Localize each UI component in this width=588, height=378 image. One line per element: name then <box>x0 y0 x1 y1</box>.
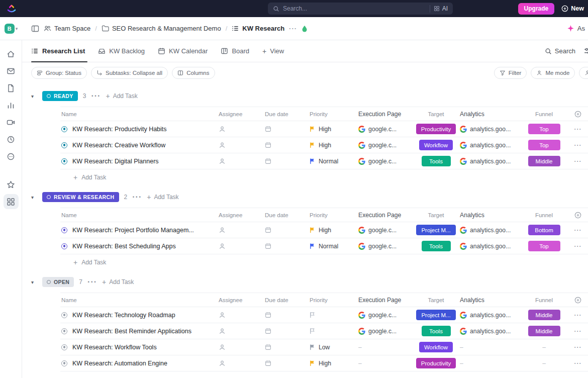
analytics-link[interactable]: analytics.goo... <box>460 227 520 234</box>
column-header-target[interactable]: Target <box>412 297 460 303</box>
row-menu-button[interactable]: ··· <box>568 142 588 149</box>
group-status-badge[interactable]: OPEN <box>42 277 74 287</box>
sidebar-item-timesheets[interactable] <box>4 132 19 147</box>
task-status-icon[interactable] <box>61 158 67 164</box>
row-menu-button[interactable]: ··· <box>568 158 588 165</box>
funnel-badge[interactable]: Middle <box>528 310 560 320</box>
workspace-switcher[interactable]: B ▾ <box>0 17 22 40</box>
priority-cell[interactable]: High <box>310 227 358 234</box>
clickup-logo[interactable] <box>6 3 17 14</box>
column-header-assignee[interactable]: Assignee <box>219 297 265 303</box>
execution-page-link[interactable]: google.c... <box>358 243 412 250</box>
add-column-button[interactable] <box>568 212 588 219</box>
funnel-badge[interactable]: Bottom <box>528 225 560 235</box>
sidebar-toggle-icon[interactable] <box>31 25 39 33</box>
assignee-add-button[interactable] <box>219 312 265 319</box>
task-status-icon[interactable] <box>61 312 67 318</box>
add-task-row-button[interactable]: +Add Task <box>60 169 588 185</box>
row-menu-button[interactable]: ··· <box>568 312 588 319</box>
group-add-task-button[interactable]: +Add Task <box>147 194 178 201</box>
row-menu-button[interactable]: ··· <box>568 243 588 250</box>
target-badge[interactable]: Tools <box>422 156 451 166</box>
workspace-avatar[interactable]: B <box>5 24 15 34</box>
column-header-name[interactable]: Name <box>60 111 219 117</box>
group-add-task-button[interactable]: +Add Task <box>106 92 137 100</box>
me-mode-button[interactable]: Me mode <box>531 67 575 79</box>
task-name[interactable]: KW Research: Automation Engine <box>72 360 173 367</box>
row-menu-button[interactable]: ··· <box>568 344 588 351</box>
table-row[interactable]: KW Research: Best Reminder Applicationsg… <box>60 323 588 339</box>
group-menu-button[interactable]: ··· <box>132 193 142 202</box>
task-status-icon[interactable] <box>61 243 67 249</box>
table-row[interactable]: KW Research: Automation EngineHigh–Produ… <box>60 355 588 371</box>
column-header-name[interactable]: Name <box>60 212 219 218</box>
column-header-funnel[interactable]: Funnel <box>520 297 568 303</box>
task-status-icon[interactable] <box>61 360 67 366</box>
breadcrumb-more-button[interactable]: ··· <box>289 25 297 32</box>
analytics-link[interactable]: analytics.goo... <box>460 158 520 165</box>
column-header-funnel[interactable]: Funnel <box>520 212 568 218</box>
group-add-task-button[interactable]: +Add Task <box>102 278 134 286</box>
funnel-badge[interactable]: Middle <box>528 156 560 166</box>
priority-cell[interactable]: Normal <box>310 158 358 165</box>
column-header-exec[interactable]: Execution Page <box>358 297 412 304</box>
execution-page-link[interactable]: google.c... <box>358 312 412 319</box>
column-header-due[interactable]: Due date <box>265 212 310 218</box>
tab-kw-calendar[interactable]: KW Calendar <box>151 40 214 62</box>
add-column-button[interactable] <box>568 297 588 304</box>
task-name[interactable]: KW Research: Best Reminder Applications <box>72 328 198 335</box>
due-date-button[interactable] <box>265 142 310 148</box>
tab-kw-backlog[interactable]: KW Backlog <box>91 40 151 62</box>
priority-cell[interactable]: Normal <box>310 243 358 250</box>
analytics-link[interactable]: analytics.goo... <box>460 243 520 250</box>
filter-button[interactable]: Filter <box>494 67 527 79</box>
column-header-priority[interactable]: Priority <box>310 111 358 117</box>
assignee-add-button[interactable] <box>219 158 265 165</box>
column-header-analytics[interactable]: Analytics <box>460 111 520 118</box>
collapse-caret-icon[interactable]: ▾ <box>31 93 37 99</box>
target-badge[interactable]: Workflow <box>419 140 453 150</box>
assignee-add-button[interactable] <box>219 360 265 367</box>
assignee-filter-button[interactable]: A <box>579 67 588 79</box>
column-header-funnel[interactable]: Funnel <box>520 111 568 117</box>
target-badge[interactable]: Tools <box>422 241 451 251</box>
new-button[interactable]: New <box>561 5 584 12</box>
task-name[interactable]: KW Research: Creative Workflow <box>72 142 171 149</box>
analytics-link[interactable]: analytics.goo... <box>460 312 520 319</box>
global-search[interactable]: AI <box>268 3 453 15</box>
analytics-link[interactable]: analytics.goo... <box>460 142 520 149</box>
column-header-exec[interactable]: Execution Page <box>358 212 412 219</box>
due-date-button[interactable] <box>265 344 310 350</box>
row-menu-button[interactable]: ··· <box>568 328 588 335</box>
target-badge[interactable]: Project M... <box>416 310 455 320</box>
global-search-input[interactable] <box>283 5 426 12</box>
column-header-target[interactable]: Target <box>412 212 460 218</box>
assignee-add-button[interactable] <box>219 142 265 149</box>
assignee-add-button[interactable] <box>219 243 265 250</box>
breadcrumb-space[interactable]: Team Space <box>44 25 90 32</box>
subtasks-button[interactable]: Subtasks: Collapse all <box>91 67 168 79</box>
table-row[interactable]: KW Research: Workflow ToolsLow–Workflow–… <box>60 339 588 355</box>
due-date-button[interactable] <box>265 227 310 233</box>
table-row[interactable]: KW Research: Project Portfolio Managem..… <box>60 222 588 238</box>
target-badge[interactable]: Productivity <box>416 124 456 134</box>
add-task-row-button[interactable]: +Add Task <box>60 254 588 270</box>
execution-page-link[interactable]: google.c... <box>358 328 412 335</box>
sidebar-item-inbox[interactable] <box>4 63 19 78</box>
task-status-icon[interactable] <box>61 126 67 132</box>
task-name[interactable]: KW Research: Technology Roadmap <box>72 312 181 319</box>
priority-cell[interactable] <box>310 312 358 318</box>
analytics-link[interactable]: analytics.goo... <box>460 126 520 133</box>
column-header-target[interactable]: Target <box>412 111 460 117</box>
analytics-link[interactable]: analytics.goo... <box>460 328 520 335</box>
due-date-button[interactable] <box>265 360 310 366</box>
task-name[interactable]: KW Research: Workflow Tools <box>72 344 163 351</box>
priority-cell[interactable]: High <box>310 360 358 367</box>
assignee-add-button[interactable] <box>219 227 265 234</box>
customize-icon[interactable] <box>583 47 588 55</box>
table-row[interactable]: KW Research: Productivity HabitsHighgoog… <box>60 121 588 137</box>
priority-cell[interactable]: High <box>310 126 358 133</box>
priority-cell[interactable] <box>310 328 358 334</box>
column-header-due[interactable]: Due date <box>265 297 310 303</box>
column-header-due[interactable]: Due date <box>265 111 310 117</box>
